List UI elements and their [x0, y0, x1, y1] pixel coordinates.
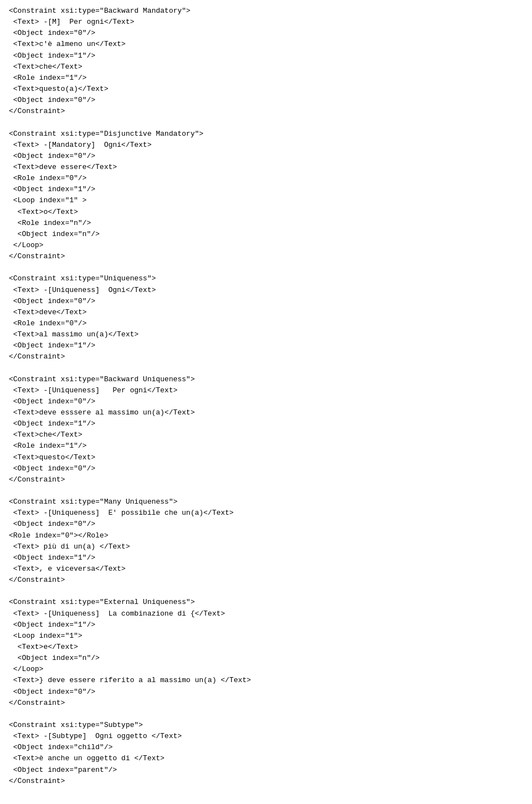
code-container: <Constraint xsi:type="Backward Mandatory… — [9, 6, 523, 787]
